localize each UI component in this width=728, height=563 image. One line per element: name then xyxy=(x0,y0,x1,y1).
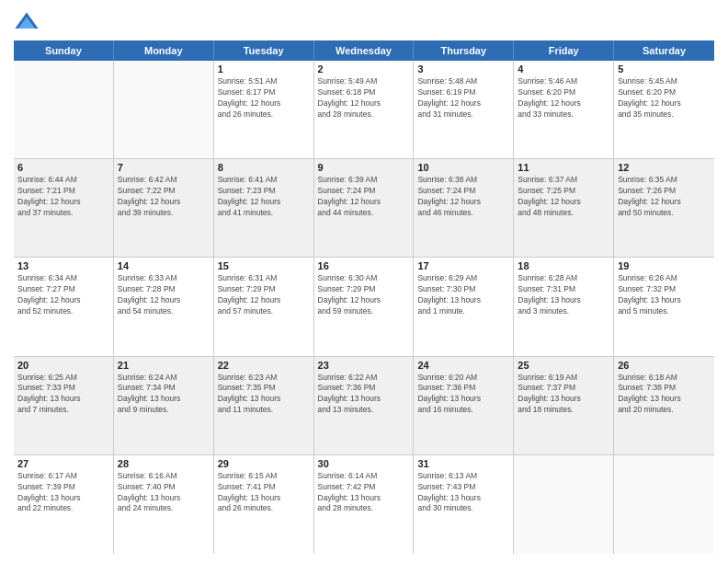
day-number: 9 xyxy=(318,162,410,173)
day-number: 22 xyxy=(218,360,310,371)
cal-cell: 14Sunrise: 6:33 AM Sunset: 7:28 PM Dayli… xyxy=(114,258,214,355)
cal-cell: 29Sunrise: 6:15 AM Sunset: 7:41 PM Dayli… xyxy=(214,455,314,554)
header-day-wednesday: Wednesday xyxy=(314,40,415,61)
day-info: Sunrise: 5:49 AM Sunset: 6:18 PM Dayligh… xyxy=(318,76,410,121)
day-number: 21 xyxy=(118,360,210,371)
day-info: Sunrise: 6:42 AM Sunset: 7:22 PM Dayligh… xyxy=(118,175,210,219)
day-info: Sunrise: 6:39 AM Sunset: 7:24 PM Dayligh… xyxy=(318,175,410,219)
day-info: Sunrise: 6:29 AM Sunset: 7:30 PM Dayligh… xyxy=(417,273,509,317)
day-info: Sunrise: 6:28 AM Sunset: 7:31 PM Dayligh… xyxy=(518,273,609,317)
day-info: Sunrise: 6:18 AM Sunset: 7:38 PM Dayligh… xyxy=(618,373,711,417)
header-day-thursday: Thursday xyxy=(414,40,514,61)
day-info: Sunrise: 6:19 AM Sunset: 7:37 PM Dayligh… xyxy=(518,373,609,417)
cal-cell: 31Sunrise: 6:13 AM Sunset: 7:43 PM Dayli… xyxy=(414,455,514,554)
cal-cell: 8Sunrise: 6:41 AM Sunset: 7:23 PM Daylig… xyxy=(214,159,314,257)
day-info: Sunrise: 6:15 AM Sunset: 7:41 PM Dayligh… xyxy=(218,471,310,515)
day-number: 3 xyxy=(417,63,509,75)
day-number: 6 xyxy=(17,162,109,173)
day-info: Sunrise: 6:22 AM Sunset: 7:36 PM Dayligh… xyxy=(318,373,410,417)
day-number: 17 xyxy=(417,260,509,271)
day-info: Sunrise: 6:14 AM Sunset: 7:42 PM Dayligh… xyxy=(318,471,410,515)
day-info: Sunrise: 5:51 AM Sunset: 6:17 PM Dayligh… xyxy=(218,76,310,121)
day-number: 10 xyxy=(417,162,509,173)
day-number: 7 xyxy=(118,162,210,173)
day-info: Sunrise: 6:38 AM Sunset: 7:24 PM Dayligh… xyxy=(417,175,509,219)
day-number: 14 xyxy=(118,260,210,271)
cal-cell: 11Sunrise: 6:37 AM Sunset: 7:25 PM Dayli… xyxy=(514,159,614,257)
day-number: 11 xyxy=(518,162,609,173)
cal-row-2: 13Sunrise: 6:34 AM Sunset: 7:27 PM Dayli… xyxy=(14,258,714,356)
day-info: Sunrise: 6:34 AM Sunset: 7:27 PM Dayligh… xyxy=(17,273,109,317)
day-info: Sunrise: 6:41 AM Sunset: 7:23 PM Dayligh… xyxy=(218,175,310,219)
cal-cell: 26Sunrise: 6:18 AM Sunset: 7:38 PM Dayli… xyxy=(614,357,714,454)
day-number: 30 xyxy=(318,458,410,469)
day-number: 19 xyxy=(618,260,711,271)
cal-cell: 2Sunrise: 5:49 AM Sunset: 6:18 PM Daylig… xyxy=(314,61,415,158)
day-number: 16 xyxy=(318,260,410,271)
header xyxy=(14,9,714,35)
calendar-body: 1Sunrise: 5:51 AM Sunset: 6:17 PM Daylig… xyxy=(14,61,714,554)
day-number: 25 xyxy=(518,360,609,371)
calendar: SundayMondayTuesdayWednesdayThursdayFrid… xyxy=(14,40,714,554)
day-number: 4 xyxy=(518,63,609,75)
cal-cell: 16Sunrise: 6:30 AM Sunset: 7:29 PM Dayli… xyxy=(314,258,415,355)
cal-cell: 22Sunrise: 6:23 AM Sunset: 7:35 PM Dayli… xyxy=(214,357,314,454)
cal-cell: 12Sunrise: 6:35 AM Sunset: 7:26 PM Dayli… xyxy=(614,159,714,257)
cal-cell: 1Sunrise: 5:51 AM Sunset: 6:17 PM Daylig… xyxy=(214,61,314,158)
day-number: 13 xyxy=(17,260,109,271)
cal-row-0: 1Sunrise: 5:51 AM Sunset: 6:17 PM Daylig… xyxy=(14,61,714,159)
day-info: Sunrise: 6:20 AM Sunset: 7:36 PM Dayligh… xyxy=(417,373,509,417)
cal-cell: 24Sunrise: 6:20 AM Sunset: 7:36 PM Dayli… xyxy=(414,357,514,454)
day-info: Sunrise: 5:45 AM Sunset: 6:20 PM Dayligh… xyxy=(618,76,711,121)
cal-cell: 6Sunrise: 6:44 AM Sunset: 7:21 PM Daylig… xyxy=(14,159,114,257)
day-number: 5 xyxy=(618,63,711,75)
day-number: 24 xyxy=(417,360,509,371)
cal-cell: 30Sunrise: 6:14 AM Sunset: 7:42 PM Dayli… xyxy=(314,455,415,554)
day-number: 20 xyxy=(17,360,109,371)
cal-cell: 20Sunrise: 6:25 AM Sunset: 7:33 PM Dayli… xyxy=(14,357,114,454)
day-number: 18 xyxy=(518,260,609,271)
day-number: 27 xyxy=(17,458,109,469)
day-info: Sunrise: 6:30 AM Sunset: 7:29 PM Dayligh… xyxy=(318,273,410,317)
cal-cell: 9Sunrise: 6:39 AM Sunset: 7:24 PM Daylig… xyxy=(314,159,415,257)
day-number: 2 xyxy=(318,63,410,75)
header-day-friday: Friday xyxy=(514,40,614,61)
cal-cell: 4Sunrise: 5:46 AM Sunset: 6:20 PM Daylig… xyxy=(514,61,614,158)
day-number: 23 xyxy=(318,360,410,371)
day-info: Sunrise: 6:25 AM Sunset: 7:33 PM Dayligh… xyxy=(17,373,109,417)
header-day-monday: Monday xyxy=(114,40,214,61)
header-day-tuesday: Tuesday xyxy=(214,40,314,61)
day-info: Sunrise: 5:46 AM Sunset: 6:20 PM Dayligh… xyxy=(518,76,609,121)
logo xyxy=(14,9,43,35)
cal-row-3: 20Sunrise: 6:25 AM Sunset: 7:33 PM Dayli… xyxy=(14,357,714,455)
cal-cell: 5Sunrise: 5:45 AM Sunset: 6:20 PM Daylig… xyxy=(614,61,714,158)
day-info: Sunrise: 6:26 AM Sunset: 7:32 PM Dayligh… xyxy=(618,273,711,317)
cal-cell: 18Sunrise: 6:28 AM Sunset: 7:31 PM Dayli… xyxy=(514,258,614,355)
calendar-header: SundayMondayTuesdayWednesdayThursdayFrid… xyxy=(14,40,714,61)
day-info: Sunrise: 5:48 AM Sunset: 6:19 PM Dayligh… xyxy=(417,76,509,121)
day-info: Sunrise: 6:13 AM Sunset: 7:43 PM Dayligh… xyxy=(417,471,509,515)
cal-cell xyxy=(514,455,614,554)
header-day-sunday: Sunday xyxy=(14,40,114,61)
header-day-saturday: Saturday xyxy=(614,40,714,61)
day-number: 31 xyxy=(417,458,509,469)
cal-cell: 17Sunrise: 6:29 AM Sunset: 7:30 PM Dayli… xyxy=(414,258,514,355)
day-number: 28 xyxy=(118,458,210,469)
page: SundayMondayTuesdayWednesdayThursdayFrid… xyxy=(0,0,728,563)
cal-cell: 10Sunrise: 6:38 AM Sunset: 7:24 PM Dayli… xyxy=(414,159,514,257)
day-info: Sunrise: 6:17 AM Sunset: 7:39 PM Dayligh… xyxy=(17,471,109,515)
cal-cell: 7Sunrise: 6:42 AM Sunset: 7:22 PM Daylig… xyxy=(114,159,214,257)
cal-cell xyxy=(14,61,114,158)
cal-cell: 23Sunrise: 6:22 AM Sunset: 7:36 PM Dayli… xyxy=(314,357,415,454)
day-info: Sunrise: 6:35 AM Sunset: 7:26 PM Dayligh… xyxy=(618,175,711,219)
day-number: 26 xyxy=(618,360,711,371)
cal-cell: 25Sunrise: 6:19 AM Sunset: 7:37 PM Dayli… xyxy=(514,357,614,454)
logo-icon xyxy=(14,9,40,35)
cal-cell: 15Sunrise: 6:31 AM Sunset: 7:29 PM Dayli… xyxy=(214,258,314,355)
cal-cell: 28Sunrise: 6:16 AM Sunset: 7:40 PM Dayli… xyxy=(114,455,214,554)
cal-row-4: 27Sunrise: 6:17 AM Sunset: 7:39 PM Dayli… xyxy=(14,455,714,554)
day-info: Sunrise: 6:37 AM Sunset: 7:25 PM Dayligh… xyxy=(518,175,609,219)
day-info: Sunrise: 6:24 AM Sunset: 7:34 PM Dayligh… xyxy=(118,373,210,417)
day-info: Sunrise: 6:31 AM Sunset: 7:29 PM Dayligh… xyxy=(218,273,310,317)
day-number: 12 xyxy=(618,162,711,173)
